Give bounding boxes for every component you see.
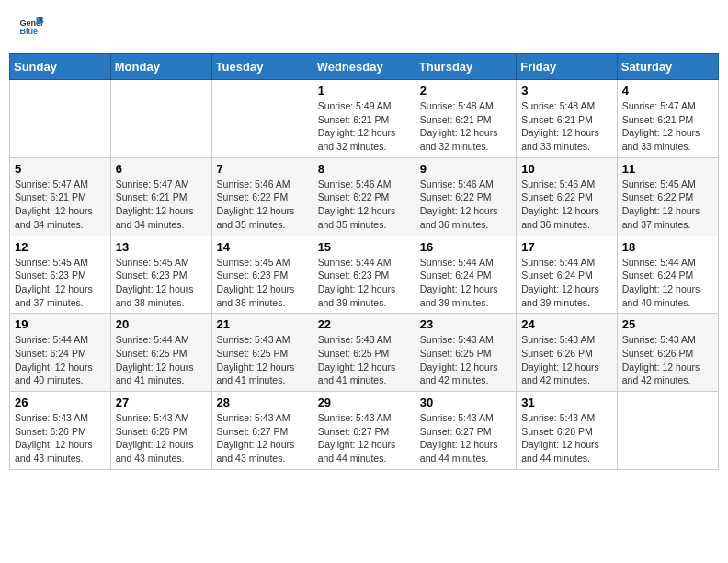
calendar-cell (211, 80, 313, 158)
calendar-cell: 2Sunrise: 5:48 AMSunset: 6:21 PMDaylight… (415, 80, 516, 158)
calendar-table: SundayMondayTuesdayWednesdayThursdayFrid… (9, 53, 719, 470)
day-info: Sunrise: 5:46 AMSunset: 6:22 PMDaylight:… (217, 178, 308, 232)
svg-text:Blue: Blue (19, 27, 38, 36)
day-number: 23 (420, 317, 511, 331)
calendar-cell: 4Sunrise: 5:47 AMSunset: 6:21 PMDaylight… (617, 80, 718, 158)
calendar-cell (10, 80, 111, 158)
day-info: Sunrise: 5:44 AMSunset: 6:24 PMDaylight:… (521, 256, 612, 310)
day-of-week-header: Sunday (10, 54, 111, 80)
calendar-cell: 15Sunrise: 5:44 AMSunset: 6:23 PMDayligh… (313, 236, 415, 314)
day-info: Sunrise: 5:44 AMSunset: 6:23 PMDaylight:… (318, 256, 410, 310)
day-of-week-header: Tuesday (211, 54, 313, 80)
day-number: 6 (116, 162, 207, 176)
page-header: General Blue (9, 9, 719, 44)
day-info: Sunrise: 5:46 AMSunset: 6:22 PMDaylight:… (420, 178, 511, 232)
day-number: 22 (318, 317, 410, 331)
day-info: Sunrise: 5:45 AMSunset: 6:22 PMDaylight:… (622, 178, 713, 232)
day-info: Sunrise: 5:43 AMSunset: 6:28 PMDaylight:… (521, 411, 612, 465)
day-number: 17 (521, 240, 612, 254)
day-number: 18 (622, 240, 713, 254)
day-number: 20 (116, 317, 207, 331)
day-of-week-header: Wednesday (313, 54, 415, 80)
calendar-week-row: 5Sunrise: 5:47 AMSunset: 6:21 PMDaylight… (10, 157, 719, 236)
calendar-cell: 19Sunrise: 5:44 AMSunset: 6:24 PMDayligh… (10, 314, 111, 392)
calendar-cell: 6Sunrise: 5:47 AMSunset: 6:21 PMDaylight… (110, 157, 211, 236)
calendar-cell: 30Sunrise: 5:43 AMSunset: 6:27 PMDayligh… (415, 392, 516, 470)
calendar-week-row: 26Sunrise: 5:43 AMSunset: 6:26 PMDayligh… (10, 392, 719, 470)
day-info: Sunrise: 5:44 AMSunset: 6:24 PMDaylight:… (420, 256, 511, 310)
calendar-cell: 25Sunrise: 5:43 AMSunset: 6:26 PMDayligh… (617, 314, 718, 392)
day-info: Sunrise: 5:46 AMSunset: 6:22 PMDaylight:… (318, 178, 410, 232)
calendar-cell: 10Sunrise: 5:46 AMSunset: 6:22 PMDayligh… (517, 157, 618, 236)
day-number: 31 (521, 396, 612, 409)
day-info: Sunrise: 5:43 AMSunset: 6:25 PMDaylight:… (217, 333, 308, 387)
calendar-cell: 20Sunrise: 5:44 AMSunset: 6:25 PMDayligh… (110, 314, 211, 392)
day-of-week-header: Saturday (617, 54, 718, 80)
day-info: Sunrise: 5:43 AMSunset: 6:26 PMDaylight:… (116, 411, 207, 465)
calendar-cell: 13Sunrise: 5:45 AMSunset: 6:23 PMDayligh… (110, 236, 211, 314)
day-info: Sunrise: 5:44 AMSunset: 6:24 PMDaylight:… (622, 256, 713, 310)
day-number: 30 (420, 396, 511, 409)
day-info: Sunrise: 5:47 AMSunset: 6:21 PMDaylight:… (622, 99, 713, 154)
calendar-cell: 16Sunrise: 5:44 AMSunset: 6:24 PMDayligh… (415, 236, 516, 314)
day-info: Sunrise: 5:47 AMSunset: 6:21 PMDaylight:… (15, 178, 106, 232)
day-info: Sunrise: 5:48 AMSunset: 6:21 PMDaylight:… (521, 99, 612, 154)
day-number: 11 (622, 162, 713, 176)
calendar-cell: 27Sunrise: 5:43 AMSunset: 6:26 PMDayligh… (110, 392, 211, 470)
day-number: 8 (318, 162, 410, 176)
day-info: Sunrise: 5:43 AMSunset: 6:26 PMDaylight:… (15, 411, 106, 465)
day-info: Sunrise: 5:49 AMSunset: 6:21 PMDaylight:… (318, 99, 410, 154)
day-info: Sunrise: 5:43 AMSunset: 6:26 PMDaylight:… (622, 333, 713, 387)
day-number: 21 (217, 317, 308, 331)
day-info: Sunrise: 5:48 AMSunset: 6:21 PMDaylight:… (420, 99, 511, 154)
day-number: 19 (15, 317, 106, 331)
calendar-cell: 18Sunrise: 5:44 AMSunset: 6:24 PMDayligh… (617, 236, 718, 314)
calendar-week-row: 19Sunrise: 5:44 AMSunset: 6:24 PMDayligh… (10, 314, 719, 392)
calendar-header-row: SundayMondayTuesdayWednesdayThursdayFrid… (10, 54, 719, 80)
day-number: 2 (420, 84, 511, 98)
day-number: 5 (15, 162, 106, 176)
day-number: 24 (521, 317, 612, 331)
day-number: 4 (622, 84, 713, 98)
day-number: 12 (15, 240, 106, 254)
day-info: Sunrise: 5:43 AMSunset: 6:25 PMDaylight:… (318, 333, 410, 387)
calendar-cell: 8Sunrise: 5:46 AMSunset: 6:22 PMDaylight… (313, 157, 415, 236)
day-number: 10 (521, 162, 612, 176)
calendar-cell: 22Sunrise: 5:43 AMSunset: 6:25 PMDayligh… (313, 314, 415, 392)
calendar-cell: 3Sunrise: 5:48 AMSunset: 6:21 PMDaylight… (517, 80, 618, 158)
calendar-cell: 31Sunrise: 5:43 AMSunset: 6:28 PMDayligh… (517, 392, 618, 470)
day-number: 3 (521, 84, 612, 98)
day-info: Sunrise: 5:44 AMSunset: 6:24 PMDaylight:… (15, 333, 106, 387)
day-of-week-header: Thursday (415, 54, 516, 80)
day-of-week-header: Friday (517, 54, 618, 80)
calendar-cell: 28Sunrise: 5:43 AMSunset: 6:27 PMDayligh… (211, 392, 313, 470)
calendar-cell: 26Sunrise: 5:43 AMSunset: 6:26 PMDayligh… (10, 392, 111, 470)
day-number: 27 (116, 396, 207, 409)
day-number: 9 (420, 162, 511, 176)
calendar-cell (110, 80, 211, 158)
day-number: 13 (116, 240, 207, 254)
calendar-cell: 12Sunrise: 5:45 AMSunset: 6:23 PMDayligh… (10, 236, 111, 314)
calendar-cell: 23Sunrise: 5:43 AMSunset: 6:25 PMDayligh… (415, 314, 516, 392)
calendar-week-row: 1Sunrise: 5:49 AMSunset: 6:21 PMDaylight… (10, 80, 719, 158)
day-info: Sunrise: 5:43 AMSunset: 6:26 PMDaylight:… (521, 333, 612, 387)
day-info: Sunrise: 5:45 AMSunset: 6:23 PMDaylight:… (217, 256, 308, 310)
calendar-cell: 11Sunrise: 5:45 AMSunset: 6:22 PMDayligh… (617, 157, 718, 236)
calendar-cell: 9Sunrise: 5:46 AMSunset: 6:22 PMDaylight… (415, 157, 516, 236)
day-info: Sunrise: 5:44 AMSunset: 6:25 PMDaylight:… (116, 333, 207, 387)
day-info: Sunrise: 5:45 AMSunset: 6:23 PMDaylight:… (116, 256, 207, 310)
day-number: 1 (318, 84, 410, 98)
logo-icon: General Blue (18, 14, 44, 40)
calendar-cell: 29Sunrise: 5:43 AMSunset: 6:27 PMDayligh… (313, 392, 415, 470)
logo: General Blue (18, 14, 44, 40)
day-info: Sunrise: 5:43 AMSunset: 6:27 PMDaylight:… (420, 411, 511, 465)
day-info: Sunrise: 5:43 AMSunset: 6:27 PMDaylight:… (318, 411, 410, 465)
day-info: Sunrise: 5:43 AMSunset: 6:27 PMDaylight:… (217, 411, 308, 465)
calendar-cell: 7Sunrise: 5:46 AMSunset: 6:22 PMDaylight… (211, 157, 313, 236)
calendar-cell: 5Sunrise: 5:47 AMSunset: 6:21 PMDaylight… (10, 157, 111, 236)
day-info: Sunrise: 5:47 AMSunset: 6:21 PMDaylight:… (116, 178, 207, 232)
day-number: 15 (318, 240, 410, 254)
day-number: 14 (217, 240, 308, 254)
day-info: Sunrise: 5:45 AMSunset: 6:23 PMDaylight:… (15, 256, 106, 310)
day-number: 16 (420, 240, 511, 254)
